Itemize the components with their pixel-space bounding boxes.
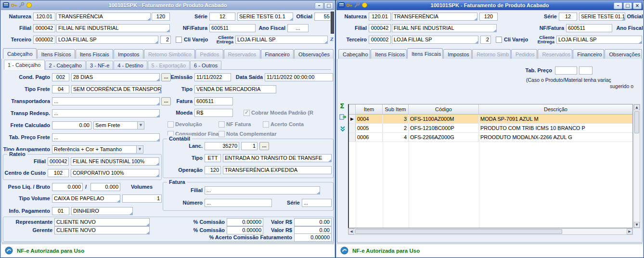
col-item[interactable]: Item: [356, 104, 383, 114]
minimize-button[interactable]: –: [614, 2, 622, 9]
tab-observacoes[interactable]: Observações: [605, 49, 642, 59]
subtab-6-outros[interactable]: 6 - Outros: [190, 61, 221, 69]
table-row[interactable]: 0006 4 OFS-2266AZ000G PROODUTO MODALNX-2…: [349, 133, 632, 142]
rateio-filial-code-field[interactable]: 000042: [48, 157, 69, 166]
subtab-1-cabecalho[interactable]: 1 - Cabeçalho: [4, 60, 45, 70]
natureza-desc-field[interactable]: TRANSFERÊNCIA: [392, 13, 477, 21]
scroll-left-arrow[interactable]: ◀: [348, 229, 354, 234]
natureza-code-field[interactable]: 120.01: [369, 13, 391, 21]
serie-desc-field[interactable]: SERIE TESTE 01.1: [237, 13, 293, 21]
operacao-code-field[interactable]: 120: [205, 166, 221, 174]
subtab-2-cabecalho[interactable]: 2 - Cabeçalho: [45, 61, 86, 69]
horizontal-scroll-thumb[interactable]: [355, 229, 562, 234]
peso-bruto-field[interactable]: 0.000: [90, 183, 120, 191]
natureza-desc-field[interactable]: TRANSFERÊNCIA: [56, 13, 151, 21]
cliente-entrega-field[interactable]: LOJA FILIAL SP: [556, 36, 642, 44]
peso-liq-field[interactable]: 0.000: [52, 183, 83, 191]
key-icon[interactable]: [11, 1, 17, 10]
transportadora-field[interactable]: ...: [52, 97, 160, 105]
cell-codigo[interactable]: OFS-1100AZ000M: [409, 115, 479, 123]
bulb-icon[interactable]: [361, 1, 368, 10]
chevron-down-icon[interactable]: ▼: [136, 146, 143, 153]
col-descricao[interactable]: Descrição: [479, 104, 632, 114]
scroll-up-arrow[interactable]: ▲: [634, 104, 640, 110]
table-row[interactable]: ▶ 0004 3 OFS-1100AZ000M MODA SP-7091 AZU…: [349, 115, 632, 124]
nf-fatura-field[interactable]: 600511: [209, 24, 256, 32]
ano-fiscal-field[interactable]: ...: [287, 24, 309, 32]
centro-custo-code-field[interactable]: 102: [48, 169, 69, 177]
frete-calculado-field[interactable]: 0.00: [52, 121, 91, 129]
cell-item[interactable]: 0004: [356, 115, 383, 123]
filial-desc-field[interactable]: FILIAL NFE INDUSTRIAL: [56, 24, 170, 32]
nf-fatura-field[interactable]: 600511: [566, 24, 612, 32]
lanc-seq-field[interactable]: 1: [241, 142, 258, 150]
cond-pagto-code-field[interactable]: 002: [52, 73, 69, 81]
cli-varejo-checkbox[interactable]: [496, 37, 502, 43]
info-pagamento-code-field[interactable]: 01: [52, 207, 69, 215]
natureza-extra-field[interactable]: 120: [479, 13, 498, 21]
key-icon[interactable]: [346, 1, 352, 10]
tipo-field[interactable]: VENDA DE MERCADORIA: [194, 85, 276, 93]
close-button[interactable]: ×: [633, 2, 642, 9]
tab-financeiro[interactable]: Financeiro: [573, 49, 604, 59]
cliente-entrega-field[interactable]: LOJA FILIAL SP: [235, 36, 328, 44]
cell-sub-item[interactable]: 4: [383, 133, 409, 142]
natureza-code-field[interactable]: 120.01: [33, 13, 55, 21]
cell-descricao[interactable]: MODA SP-7091 AZUL M: [479, 115, 632, 123]
cell-descricao[interactable]: PROODUTO MODALNX-2266 AZUL G: [479, 133, 632, 142]
transp-redesp-field[interactable]: ...: [52, 109, 160, 117]
fatura-serie-field[interactable]: ...: [302, 199, 332, 207]
valor1-field[interactable]: 0.00: [294, 218, 332, 226]
serie-code-field[interactable]: 12: [209, 13, 235, 21]
subtab-4-destino[interactable]: 4 - Destino: [114, 61, 147, 69]
rateio-filial-desc-field[interactable]: FILIAL NFE INDUSTRIAL 100%: [71, 157, 159, 166]
cell-codigo[interactable]: OFS-1210BC000P: [409, 124, 479, 132]
tab-observacoes[interactable]: Observações: [294, 49, 334, 59]
filial-code-field[interactable]: 000042: [369, 24, 391, 32]
tab-itens-fiscais[interactable]: Itens Fiscais: [407, 48, 443, 59]
representante-field[interactable]: CLIENTE NOVO: [54, 218, 150, 226]
tipo-frete-desc-field[interactable]: SEM OCORRÊNCIA DE TRANSPORTE: [71, 85, 162, 93]
tab-cabecalho[interactable]: Cabeçalho: [3, 48, 37, 59]
contabil-tipo-desc-field[interactable]: ENTRADA NO TRÂNSITO DE TRANSFE: [223, 154, 332, 162]
cell-item[interactable]: 0006: [356, 133, 383, 142]
tab-itens-fisicos[interactable]: Itens Físicos: [37, 49, 75, 59]
lanc-field[interactable]: 35270: [205, 142, 239, 150]
gerente-field[interactable]: CLIENTE NOVO: [54, 226, 150, 234]
sigma-icon[interactable]: Σ: [338, 102, 347, 111]
frete-combo[interactable]: Sem Frete▼: [93, 121, 144, 129]
scroll-down-arrow[interactable]: ▼: [634, 222, 640, 228]
vertical-scrollbar[interactable]: ▲ ▼: [633, 104, 640, 228]
tab-cabecalho[interactable]: Cabeçalho: [338, 49, 370, 59]
operacao-desc-field[interactable]: TRANSFERÊNCIA EXPEDIDA: [223, 166, 332, 174]
terceiro-desc-field[interactable]: LOJA FILIAL SP: [56, 36, 158, 44]
subtab-3-nfe[interactable]: 3 - NF-e: [86, 61, 113, 69]
moeda-field[interactable]: R$: [194, 109, 233, 117]
scroll-right-arrow[interactable]: ▶: [627, 229, 632, 234]
minimize-button[interactable]: –: [315, 2, 323, 9]
wrench-icon[interactable]: [18, 1, 25, 10]
fatura-numero-field[interactable]: ...: [205, 199, 272, 207]
lanc-lookup-button[interactable]: ...: [259, 142, 269, 150]
serie-code-field[interactable]: 12: [559, 13, 577, 21]
emissao-field[interactable]: 11/11/2022: [194, 73, 231, 81]
filial-desc-field[interactable]: FILIAL NFE INDUSTRIAL: [392, 24, 497, 32]
bulb-icon[interactable]: [26, 1, 32, 10]
tab-preco-frete-field[interactable]: ...: [52, 133, 160, 142]
volumes-field[interactable]: 1: [122, 194, 162, 203]
cell-item[interactable]: 0005: [356, 124, 383, 132]
left-titlebar[interactable]: 100101SPK - Faturamento de Produto Acaba…: [1, 1, 335, 10]
restore-button[interactable]: □: [324, 2, 333, 9]
wrench-icon[interactable]: [354, 1, 360, 10]
comissao1-field[interactable]: 0.00000: [227, 218, 263, 226]
chevrons-down-icon[interactable]: [338, 125, 347, 134]
cell-sub-item[interactable]: 2: [383, 124, 409, 132]
contabil-tipo-code-field[interactable]: ETT: [205, 154, 221, 162]
terceiro-extra-field[interactable]: 2: [160, 36, 171, 44]
table-row[interactable]: 0005 2 OFS-1210BC000P PRODUTO COM TRIB I…: [349, 124, 632, 133]
cli-varejo-checkbox[interactable]: [176, 37, 182, 43]
tab-itens-fiscais[interactable]: Itens Fiscais: [76, 49, 113, 59]
oficial-field[interactable]: 55: [314, 13, 332, 21]
restore-button[interactable]: □: [623, 2, 632, 9]
tab-financeiro[interactable]: Financeiro: [261, 49, 294, 59]
